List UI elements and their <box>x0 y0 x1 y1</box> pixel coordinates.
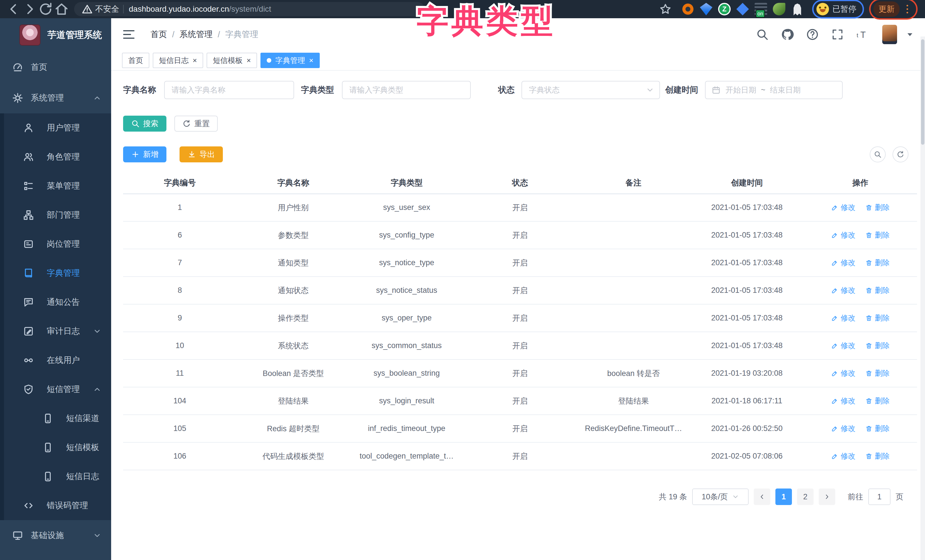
caret-down-icon[interactable] <box>905 30 915 39</box>
delete-link[interactable]: 删除 <box>865 230 890 240</box>
delete-link[interactable]: 删除 <box>865 451 890 461</box>
close-icon[interactable]: × <box>247 57 251 64</box>
reload-icon[interactable] <box>38 1 54 17</box>
close-icon[interactable]: × <box>309 57 313 64</box>
status-select[interactable] <box>521 81 660 99</box>
scrollbar-thumb[interactable] <box>921 39 924 145</box>
dict-type-link[interactable]: sys_user_sex <box>350 194 463 221</box>
dict-type-link[interactable]: sys_notice_type <box>350 249 463 277</box>
tab-home[interactable]: 首页 <box>122 53 149 68</box>
dict-type-link[interactable]: tool_codegen_template_t… <box>350 443 463 470</box>
edit-link[interactable]: 修改 <box>831 368 856 378</box>
font-size-icon[interactable]: tT <box>856 28 869 41</box>
sidebar-logo-row[interactable]: 芋道管理系统 <box>0 18 111 52</box>
delete-link[interactable]: 删除 <box>865 368 890 378</box>
export-button[interactable]: 导出 <box>179 146 223 163</box>
sidebar-item-audit-log[interactable]: 审计日志 <box>0 317 111 346</box>
close-icon[interactable]: × <box>193 57 197 64</box>
end-date-placeholder[interactable]: 结束日期 <box>770 85 801 95</box>
delete-link[interactable]: 删除 <box>865 285 890 295</box>
prev-page-button[interactable] <box>754 489 770 505</box>
sidebar-item-notice-mgmt[interactable]: 通知公告 <box>0 288 111 317</box>
green-z-extension-icon[interactable]: Z <box>718 3 731 15</box>
sidebar-item-user-mgmt[interactable]: 用户管理 <box>0 113 111 142</box>
edit-link[interactable]: 修改 <box>831 313 856 323</box>
sidebar-item-sms-template[interactable]: 短信模板 <box>0 433 111 462</box>
edit-link[interactable]: 修改 <box>831 203 856 212</box>
next-page-button[interactable] <box>819 489 835 505</box>
update-button[interactable]: 更新 <box>874 2 899 17</box>
delete-link[interactable]: 删除 <box>865 313 890 323</box>
dict-type-link[interactable]: sys_boolean_string <box>350 360 463 387</box>
hamburger-icon[interactable] <box>122 28 136 41</box>
sidebar-item-sms-log[interactable]: 短信日志 <box>0 462 111 491</box>
dict-type-input[interactable] <box>342 81 471 99</box>
sidebar-item-error-code-mgmt[interactable]: 错误码管理 <box>0 491 111 520</box>
sidebar-item-dict-mgmt[interactable]: 字典管理 <box>0 259 111 288</box>
start-date-placeholder[interactable]: 开始日期 <box>726 85 756 95</box>
sidebar-item-dept-mgmt[interactable]: 部门管理 <box>0 200 111 230</box>
search-icon[interactable] <box>756 28 769 41</box>
sidebar-item-system[interactable]: 系统管理 <box>0 83 111 113</box>
scrollbar[interactable] <box>920 36 925 560</box>
edit-link[interactable]: 修改 <box>831 451 856 461</box>
delete-link[interactable]: 删除 <box>865 258 890 268</box>
goto-page-input[interactable] <box>868 489 890 505</box>
dict-type-link[interactable]: sys_config_type <box>350 221 463 249</box>
sidebar-item-role-mgmt[interactable]: 角色管理 <box>0 142 111 172</box>
page-button-2[interactable]: 2 <box>797 489 814 505</box>
edit-link[interactable]: 修改 <box>831 230 856 240</box>
edit-link[interactable]: 修改 <box>831 285 856 295</box>
page-button-1[interactable]: 1 <box>775 489 792 505</box>
gem-extension-icon[interactable] <box>700 3 713 15</box>
back-icon[interactable] <box>6 1 22 17</box>
delete-link[interactable]: 删除 <box>865 396 890 406</box>
delete-link[interactable]: 删除 <box>865 341 890 351</box>
breadcrumb-home[interactable]: 首页 <box>151 29 167 40</box>
home-icon[interactable] <box>54 1 69 17</box>
reset-button[interactable]: 重置 <box>175 116 218 132</box>
donut-extension-icon[interactable] <box>682 3 694 15</box>
tab-sms-template[interactable]: 短信模板× <box>206 53 257 68</box>
dict-type-link[interactable]: inf_redis_timeout_type <box>350 415 463 443</box>
forward-icon[interactable] <box>22 1 38 17</box>
dict-type-link[interactable]: sys_notice_status <box>350 277 463 304</box>
edit-link[interactable]: 修改 <box>831 258 856 268</box>
edit-link[interactable]: 修改 <box>831 341 856 351</box>
delete-link[interactable]: 删除 <box>865 203 890 212</box>
profile-paused-badge[interactable]: 已暂停 <box>812 0 864 18</box>
search-button[interactable]: 搜索 <box>123 116 166 132</box>
help-icon[interactable] <box>806 28 819 41</box>
list-on-extension-icon[interactable]: on <box>755 3 767 15</box>
dict-name-input[interactable] <box>164 81 294 99</box>
edit-link[interactable]: 修改 <box>831 396 856 406</box>
sidebar-item-home[interactable]: 首页 <box>0 52 111 83</box>
sidebar-item-infra[interactable]: 基础设施 <box>0 520 111 551</box>
dict-type-link[interactable]: sys_login_result <box>350 387 463 415</box>
fullscreen-icon[interactable] <box>831 28 844 41</box>
sidebar-item-post-mgmt[interactable]: 岗位管理 <box>0 230 111 259</box>
bookmark-star-icon[interactable] <box>659 3 672 16</box>
avatar[interactable] <box>882 25 897 44</box>
browser-menu-icon[interactable] <box>901 3 913 15</box>
date-range-picker[interactable]: 开始日期 ~ 结束日期 <box>705 81 843 99</box>
dict-type-link[interactable]: sys_common_status <box>350 332 463 360</box>
breadcrumb-system[interactable]: 系统管理 <box>179 29 212 40</box>
sidebar-item-sms-mgmt[interactable]: 短信管理 <box>0 375 111 404</box>
tab-dict-mgmt[interactable]: 字典管理× <box>261 53 319 68</box>
sidebar-item-menu-mgmt[interactable]: 菜单管理 <box>0 172 111 200</box>
sidebar-item-sms-channel[interactable]: 短信渠道 <box>0 404 111 433</box>
sidebar-item-online-users[interactable]: 在线用户 <box>0 346 111 375</box>
ghost-extension-icon[interactable] <box>791 3 804 15</box>
github-icon[interactable] <box>781 28 794 41</box>
address-bar[interactable]: 不安全 dashboard.yudao.iocoder.cn/system/di… <box>74 2 425 16</box>
add-button[interactable]: 新增 <box>123 146 166 163</box>
edit-link[interactable]: 修改 <box>831 423 856 434</box>
show-search-button[interactable] <box>870 146 886 163</box>
diamond-extension-icon[interactable] <box>736 3 749 15</box>
tab-sms-log[interactable]: 短信日志× <box>153 53 203 68</box>
dict-type-link[interactable]: sys_oper_type <box>350 304 463 332</box>
refresh-table-button[interactable] <box>892 146 908 163</box>
leaf-extension-icon[interactable] <box>773 3 785 15</box>
delete-link[interactable]: 删除 <box>865 423 890 434</box>
